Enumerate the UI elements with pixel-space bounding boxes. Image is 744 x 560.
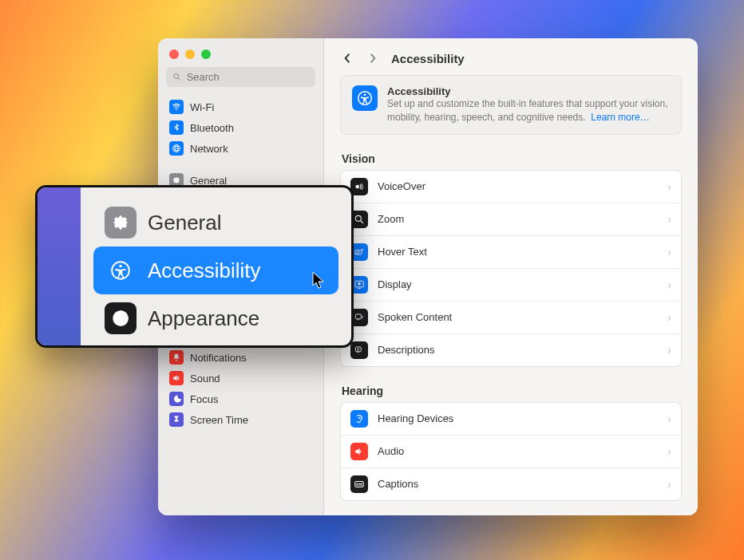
sidebar-item-label: Sound (190, 373, 220, 385)
setting-row-label: Spoken Content (378, 311, 658, 323)
minimize-button[interactable] (185, 49, 195, 59)
setting-row-label: Audio (378, 445, 658, 457)
setting-row-hearing-devices[interactable]: Hearing Devices› (341, 403, 681, 436)
sidebar-item-network[interactable]: Network (164, 138, 317, 159)
window-controls (158, 38, 323, 59)
bluetooth-icon (169, 120, 184, 135)
magnified-item-general: General (93, 199, 338, 246)
sidebar-item-screen-time[interactable]: Screen Time (164, 409, 317, 430)
section-header: Vision (342, 152, 682, 165)
setting-row-label: Captions (378, 478, 658, 490)
main-header: Accessibility (324, 38, 698, 75)
chevron-right-icon: › (667, 344, 671, 357)
desc-icon (350, 341, 368, 359)
wifi-icon (169, 100, 184, 114)
hero-card: Accessibility Set up and customize the b… (340, 75, 682, 135)
magnified-item-label: General (148, 211, 222, 235)
setting-row-descriptions[interactable]: Descriptions› (341, 334, 681, 366)
svg-point-20 (174, 74, 179, 79)
search-input[interactable] (187, 71, 309, 83)
audio-icon (350, 443, 368, 460)
hero-description: Set up and customize the built-in featur… (387, 97, 670, 124)
hourglass-icon (169, 412, 184, 427)
sidebar-item-label: Network (190, 143, 228, 155)
sidebar-item-label: Screen Time (190, 414, 248, 426)
magnified-item-label: Appearance (148, 306, 259, 331)
search-icon (172, 72, 182, 82)
section-header: Hearing (342, 385, 682, 397)
sidebar-item-label: Wi-Fi (190, 101, 214, 113)
setting-row-captions[interactable]: Captions› (341, 468, 681, 500)
hero-title: Accessibility (387, 85, 670, 97)
magnified-item-accessibility: Accessibility (93, 246, 338, 294)
gear-icon (105, 207, 137, 239)
setting-row-zoom[interactable]: Zoom› (341, 203, 681, 236)
sidebar-item-notifications[interactable]: Notifications (164, 347, 317, 368)
sidebar-item-label: Notifications (190, 352, 247, 364)
chevron-right-icon: › (667, 213, 671, 226)
bell-icon (169, 350, 184, 365)
chevron-right-icon: › (667, 180, 671, 193)
sidebar-item-label: Bluetooth (190, 122, 234, 134)
setting-row-label: Hover Text (378, 246, 658, 258)
chevron-right-icon: › (667, 246, 671, 258)
setting-row-label: Hearing Devices (378, 412, 658, 424)
accessibility-icon (352, 85, 378, 111)
setting-row-voiceover[interactable]: VoiceOver› (341, 171, 681, 203)
chevron-right-icon: › (667, 478, 671, 491)
setting-row-display[interactable]: Display› (341, 269, 681, 302)
chevron-right-icon: › (667, 278, 671, 291)
magnified-item-appearance: Appearance (93, 294, 338, 342)
page-title: Accessibility (391, 52, 465, 65)
cursor-icon (312, 271, 325, 292)
setting-row-audio[interactable]: Audio› (341, 436, 681, 468)
chevron-right-icon: › (667, 311, 671, 324)
sound-icon (169, 371, 184, 385)
globe-icon (169, 141, 184, 156)
chevron-right-icon: › (667, 445, 671, 458)
chevron-right-icon: › (667, 412, 671, 425)
sidebar-item-wi-fi[interactable]: Wi-Fi (164, 97, 317, 117)
settings-panel: Hearing Devices›Audio›Captions› (340, 402, 682, 501)
settings-panel: VoiceOver›Zoom›Hover Text›Display›Spoken… (340, 170, 682, 367)
setting-row-label: Zoom (378, 213, 658, 225)
learn-more-link[interactable]: Learn more… (591, 112, 649, 123)
sidebar-item-bluetooth[interactable]: Bluetooth (164, 117, 317, 138)
setting-row-label: VoiceOver (378, 180, 658, 192)
hearing-icon (350, 410, 368, 428)
setting-row-hover-text[interactable]: Hover Text› (341, 236, 681, 269)
setting-row-label: Display (378, 278, 658, 290)
sidebar-item-label: Focus (190, 393, 218, 405)
captions-icon (350, 475, 368, 493)
close-button[interactable] (169, 49, 179, 59)
setting-row-spoken-content[interactable]: Spoken Content› (341, 302, 681, 334)
sidebar-item-focus[interactable]: Focus (164, 388, 317, 409)
sidebar-item-sound[interactable]: Sound (164, 368, 317, 388)
access-icon (105, 254, 137, 286)
magnified-sidebar-callout: GeneralAccessibilityAppearance (35, 185, 354, 348)
fullscreen-button[interactable] (201, 49, 211, 59)
setting-row-label: Descriptions (378, 344, 658, 356)
main-pane: Accessibility Accessibility Set up and c… (324, 38, 698, 515)
magnified-item-label: Accessibility (148, 258, 261, 283)
appearance-icon (105, 302, 137, 334)
search-field[interactable] (166, 67, 315, 87)
forward-button[interactable] (366, 51, 380, 65)
moon-icon (169, 392, 184, 406)
back-button[interactable] (340, 51, 354, 65)
